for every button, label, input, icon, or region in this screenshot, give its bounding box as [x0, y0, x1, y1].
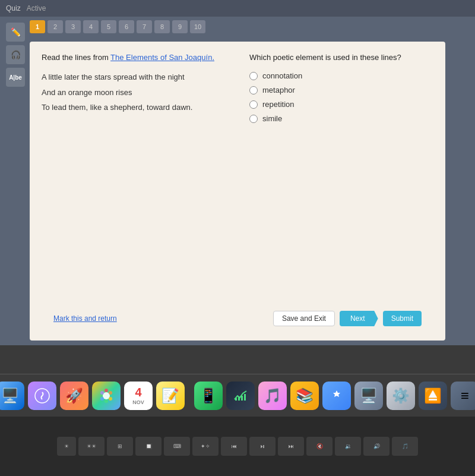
key-mute[interactable]: 🔇: [306, 437, 332, 456]
svg-point-6: [100, 397, 104, 401]
quiz-right: Which poetic element is used in these li…: [243, 52, 433, 304]
nav-item-3[interactable]: 3: [65, 20, 81, 33]
dock-screen[interactable]: 🖥️: [354, 382, 383, 410]
key-f3[interactable]: ⊞: [107, 437, 133, 456]
svg-point-4: [109, 397, 112, 401]
option-metaphor[interactable]: metaphor: [249, 86, 433, 94]
app-status: Active: [27, 4, 46, 12]
dock-bar: 🖥️ 🚀 4 NOV 📝 📱: [0, 374, 475, 417]
nav-item-5[interactable]: 5: [101, 20, 116, 33]
label-metaphor: metaphor: [262, 86, 295, 94]
keyboard-area: ☀ ☀☀ ⊞ 🔲 ⌨ ✦✧ ⏮ ⏯ ⏭ 🔇 🔉 🔊 🎵: [0, 417, 475, 476]
dock-launchpad[interactable]: 🚀: [60, 382, 88, 410]
dock-area: 🖥️ 🚀 4 NOV 📝 📱: [0, 345, 475, 476]
svg-point-2: [104, 389, 108, 392]
submit-button[interactable]: Submit: [383, 311, 422, 326]
key-f9[interactable]: ⏭: [278, 437, 304, 456]
dock-calendar[interactable]: 4 NOV: [124, 382, 153, 410]
calendar-day: 4: [135, 386, 141, 399]
nav-item-10[interactable]: 10: [190, 20, 205, 33]
option-connotation[interactable]: connotation: [249, 71, 433, 80]
key-f4[interactable]: 🔲: [135, 437, 162, 456]
key-f8[interactable]: ⏯: [249, 437, 276, 456]
quiz-left: Read the lines from The Elements of San …: [42, 52, 232, 304]
svg-rect-11: [244, 394, 246, 401]
nav-item-2[interactable]: 2: [48, 20, 63, 33]
nav-item-6[interactable]: 6: [119, 20, 134, 33]
radio-simile[interactable]: [249, 115, 258, 123]
svg-rect-9: [238, 397, 240, 401]
key-f10[interactable]: 🎵: [392, 437, 418, 456]
question-nav-bar: 1 2 3 4 5 6 7 8 9 10: [0, 17, 475, 37]
key-brightness-down[interactable]: ☀: [57, 437, 76, 456]
headphones-tool[interactable]: 🎧: [6, 45, 25, 64]
book-link[interactable]: The Elements of San Joaquín.: [110, 53, 214, 62]
option-simile[interactable]: simile: [249, 114, 433, 123]
dock-system[interactable]: ⚙️: [387, 382, 415, 410]
nav-item-7[interactable]: 7: [137, 20, 152, 33]
right-question: Which poetic element is used in these li…: [249, 52, 433, 63]
dock-photos[interactable]: [92, 382, 121, 410]
radio-metaphor[interactable]: [249, 86, 258, 94]
dictionary-tool[interactable]: A|be: [6, 68, 25, 87]
prompt-text-part1: Read the lines from: [42, 53, 110, 62]
poem-line-1: A little later the stars spread with the…: [42, 71, 226, 83]
dock-eject[interactable]: ⏏️: [419, 382, 447, 410]
pencil-tool[interactable]: ✏️: [6, 23, 25, 42]
poem-line-3: To lead them, like a shepherd, toward da…: [42, 102, 226, 114]
dock-books[interactable]: 📚: [290, 382, 319, 410]
label-simile: simile: [262, 114, 282, 123]
label-repetition: repetition: [262, 100, 294, 109]
calendar-month: NOV: [132, 399, 144, 405]
key-vol-up[interactable]: 🔊: [363, 437, 390, 456]
key-f5[interactable]: ⌨: [164, 437, 190, 456]
radio-repetition[interactable]: [249, 100, 258, 109]
svg-rect-10: [241, 396, 243, 401]
top-bar: Quiz Active: [0, 0, 475, 17]
svg-point-3: [109, 391, 112, 395]
dock-facetime[interactable]: 📱: [194, 382, 223, 410]
next-button[interactable]: Next: [340, 311, 378, 326]
dock-siri[interactable]: [28, 382, 56, 410]
quiz-content: Read the lines from The Elements of San …: [30, 42, 445, 341]
save-exit-button[interactable]: Save and Exit: [273, 311, 335, 326]
dock-extra[interactable]: ≡: [451, 382, 475, 410]
dock-appstore[interactable]: [322, 382, 351, 410]
key-vol-down[interactable]: 🔉: [335, 437, 361, 456]
left-tools: ✏️ 🎧 A|be: [6, 17, 25, 87]
svg-rect-8: [235, 398, 237, 401]
nav-item-1[interactable]: 1: [30, 20, 45, 33]
dock-itunes[interactable]: 🎵: [258, 382, 287, 410]
dock-stocks[interactable]: [226, 382, 255, 410]
app-name: Quiz: [6, 4, 21, 12]
nav-item-4[interactable]: 4: [83, 20, 99, 33]
nav-item-9[interactable]: 9: [172, 20, 188, 33]
label-connotation: connotation: [262, 71, 302, 80]
key-f2[interactable]: ☀☀: [78, 437, 104, 456]
key-f6[interactable]: ✦✧: [192, 437, 218, 456]
action-bar: Mark this and return Save and Exit Next …: [42, 306, 433, 332]
dock-notes[interactable]: 📝: [156, 382, 185, 410]
screen: Quiz Active ✏️ 🎧 A|be 1 2 3 4 5 6 7 8 9 …: [0, 0, 475, 345]
poem-line-2: And an orange moon rises: [42, 87, 226, 99]
quiz-body: Read the lines from The Elements of San …: [42, 52, 433, 304]
mark-return-link[interactable]: Mark this and return: [53, 314, 117, 323]
svg-point-5: [104, 399, 108, 403]
key-f7[interactable]: ⏮: [221, 437, 247, 456]
question-prompt: Read the lines from The Elements of San …: [42, 52, 226, 63]
option-repetition[interactable]: repetition: [249, 100, 433, 109]
svg-point-7: [100, 391, 104, 395]
dock-finder[interactable]: 🖥️: [0, 382, 24, 410]
action-buttons: Save and Exit Next Submit: [273, 311, 422, 326]
nav-item-8[interactable]: 8: [154, 20, 170, 33]
radio-connotation[interactable]: [249, 72, 258, 80]
